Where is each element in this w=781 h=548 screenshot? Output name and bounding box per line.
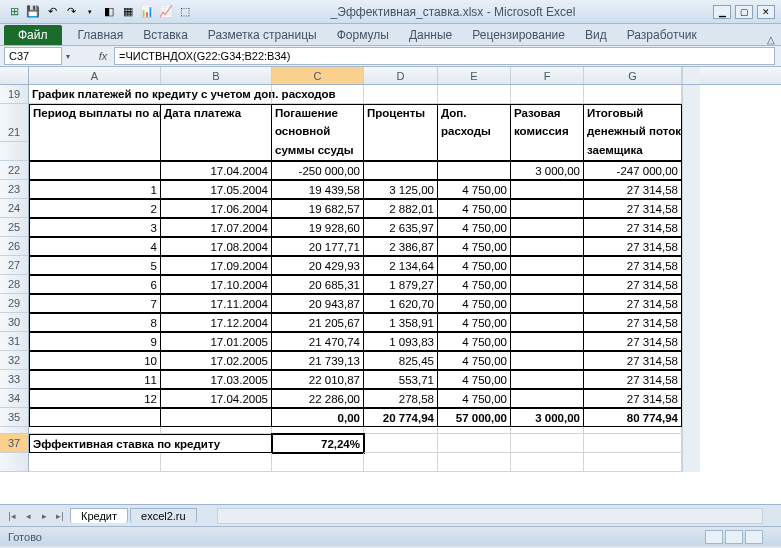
- cell-total-E[interactable]: 57 000,00: [438, 408, 511, 427]
- cell[interactable]: [364, 161, 438, 180]
- cell[interactable]: 17.02.2005: [161, 351, 272, 370]
- cell[interactable]: 6: [29, 275, 161, 294]
- cell[interactable]: 22 010,87: [272, 370, 364, 389]
- cell[interactable]: [438, 434, 511, 453]
- cell[interactable]: -247 000,00: [584, 161, 682, 180]
- cell[interactable]: [29, 408, 161, 427]
- cell[interactable]: [364, 85, 438, 104]
- cell-header-G[interactable]: Итоговый: [584, 104, 682, 123]
- tab-view[interactable]: Вид: [575, 25, 617, 45]
- col-header-F[interactable]: F: [511, 67, 584, 84]
- cell[interactable]: [29, 123, 161, 142]
- cell[interactable]: [511, 85, 584, 104]
- cell[interactable]: [511, 427, 584, 434]
- tab-data[interactable]: Данные: [399, 25, 462, 45]
- view-normal-button[interactable]: [705, 530, 723, 544]
- qat-custom1-icon[interactable]: ◧: [101, 4, 117, 20]
- cell[interactable]: 8: [29, 313, 161, 332]
- cell[interactable]: 17.06.2004: [161, 199, 272, 218]
- cell[interactable]: [511, 275, 584, 294]
- row-header[interactable]: 37: [0, 434, 29, 453]
- cell[interactable]: 27 314,58: [584, 389, 682, 408]
- qat-more-icon[interactable]: ▾: [82, 4, 98, 20]
- row-header[interactable]: 23: [0, 180, 29, 199]
- cell[interactable]: [364, 434, 438, 453]
- cell[interactable]: 17.11.2004: [161, 294, 272, 313]
- cell[interactable]: 825,45: [364, 351, 438, 370]
- cell[interactable]: [364, 453, 438, 472]
- view-pagelayout-button[interactable]: [725, 530, 743, 544]
- cell[interactable]: 9: [29, 332, 161, 351]
- cell-header-E[interactable]: Доп.: [438, 104, 511, 123]
- cell[interactable]: 27 314,58: [584, 294, 682, 313]
- cell[interactable]: [272, 85, 364, 104]
- cell[interactable]: [438, 85, 511, 104]
- cell[interactable]: 27 314,58: [584, 351, 682, 370]
- qat-custom5-icon[interactable]: ⬚: [177, 4, 193, 20]
- cell[interactable]: основной: [272, 123, 364, 142]
- cell[interactable]: 21 470,74: [272, 332, 364, 351]
- col-header-E[interactable]: E: [438, 67, 511, 84]
- cell[interactable]: [511, 351, 584, 370]
- cell[interactable]: 1: [29, 180, 161, 199]
- cell[interactable]: [438, 161, 511, 180]
- cell[interactable]: [29, 142, 161, 161]
- cell[interactable]: 17.04.2004: [161, 161, 272, 180]
- cell[interactable]: 20 943,87: [272, 294, 364, 313]
- row-header[interactable]: 21: [0, 123, 29, 142]
- cell-C37-selected[interactable]: 72,24%: [272, 434, 364, 453]
- close-button[interactable]: ✕: [757, 5, 775, 19]
- cell[interactable]: 11: [29, 370, 161, 389]
- cell[interactable]: 27 314,58: [584, 237, 682, 256]
- cell[interactable]: 17.09.2004: [161, 256, 272, 275]
- cell[interactable]: [29, 427, 161, 434]
- cell[interactable]: 17.08.2004: [161, 237, 272, 256]
- cell[interactable]: 27 314,58: [584, 332, 682, 351]
- cell[interactable]: [584, 453, 682, 472]
- cell[interactable]: 27 314,58: [584, 199, 682, 218]
- cell[interactable]: 19 439,58: [272, 180, 364, 199]
- cell[interactable]: 3 125,00: [364, 180, 438, 199]
- row-header[interactable]: 29: [0, 294, 29, 313]
- cell[interactable]: [161, 434, 272, 453]
- excel-icon[interactable]: ⊞: [6, 4, 22, 20]
- cell[interactable]: 27 314,58: [584, 180, 682, 199]
- cell[interactable]: 4 750,00: [438, 275, 511, 294]
- cell[interactable]: [438, 427, 511, 434]
- save-icon[interactable]: 💾: [25, 4, 41, 20]
- select-all-corner[interactable]: [0, 67, 29, 84]
- cell[interactable]: [511, 313, 584, 332]
- cell[interactable]: 12: [29, 389, 161, 408]
- cell[interactable]: 17.07.2004: [161, 218, 272, 237]
- row-header[interactable]: 26: [0, 237, 29, 256]
- cell[interactable]: расходы: [438, 123, 511, 142]
- sheet-nav-prev-icon[interactable]: ◂: [20, 511, 36, 521]
- cell[interactable]: 4 750,00: [438, 294, 511, 313]
- row-header[interactable]: [0, 104, 29, 123]
- cell[interactable]: [511, 389, 584, 408]
- cell[interactable]: 553,71: [364, 370, 438, 389]
- cell-A19[interactable]: График платежей по кредиту с учетом доп.…: [29, 85, 161, 104]
- cell[interactable]: [584, 427, 682, 434]
- row-header[interactable]: 30: [0, 313, 29, 332]
- row-header[interactable]: 28: [0, 275, 29, 294]
- cell[interactable]: 22 286,00: [272, 389, 364, 408]
- cell[interactable]: 2 386,87: [364, 237, 438, 256]
- cell[interactable]: [511, 453, 584, 472]
- cell[interactable]: [272, 427, 364, 434]
- tab-formulas[interactable]: Формулы: [327, 25, 399, 45]
- maximize-button[interactable]: ▢: [735, 5, 753, 19]
- cell-total-C[interactable]: 0,00: [272, 408, 364, 427]
- cell[interactable]: 2 635,97: [364, 218, 438, 237]
- cell[interactable]: [272, 453, 364, 472]
- cell[interactable]: -250 000,00: [272, 161, 364, 180]
- cell-header-B[interactable]: Дата платежа: [161, 104, 272, 123]
- row-header[interactable]: 24: [0, 199, 29, 218]
- cell[interactable]: [161, 453, 272, 472]
- cell[interactable]: 4 750,00: [438, 218, 511, 237]
- cell[interactable]: [511, 218, 584, 237]
- cell[interactable]: [584, 434, 682, 453]
- cell[interactable]: [161, 123, 272, 142]
- cell-header-C[interactable]: Погашение: [272, 104, 364, 123]
- cell[interactable]: [364, 142, 438, 161]
